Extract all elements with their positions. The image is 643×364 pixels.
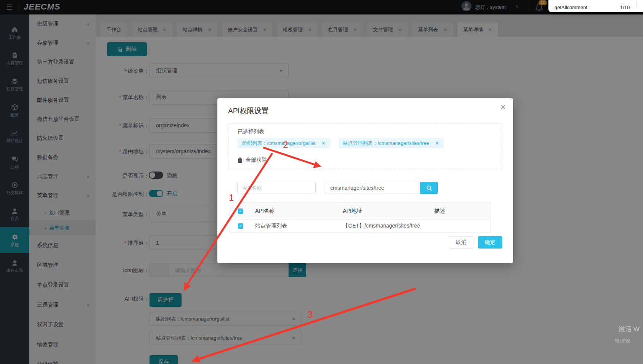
cancel-button[interactable]: 取消	[449, 236, 473, 249]
popup-divider	[636, 1, 637, 9]
activate-watermark-line1: 激活 W	[619, 325, 640, 334]
close-icon[interactable]: ✕	[322, 141, 325, 146]
trash-icon	[238, 157, 243, 163]
search-icon	[426, 185, 432, 191]
selected-tag-org-list: 组织列表：/cmsmanager/orgs/list ✕	[238, 138, 330, 148]
notification-popup[interactable]: getAllcomment 1/10	[548, 0, 643, 12]
row-checkbox[interactable]: ✓	[238, 223, 243, 229]
confirm-button[interactable]: 确定	[478, 236, 502, 249]
api-name-search-input[interactable]	[237, 182, 316, 194]
close-icon[interactable]: ✕	[435, 141, 439, 146]
jeecms-admin-page: ☰ JEECMS 您好，system ∨ 12 工作台 内容管理	[0, 0, 643, 364]
api-permission-dialog: API权限设置 ✕ 已选择列表 组织列表：/cmsmanager/orgs/li…	[217, 98, 513, 263]
search-button[interactable]	[420, 182, 438, 194]
selected-list-panel: 已选择列表 组织列表：/cmsmanager/orgs/list ✕ 站点管理列…	[228, 123, 502, 169]
notification-item-count: 1/10	[620, 5, 630, 10]
selected-tag-site-tree: 站点管理列表：/cmsmanager/sites/tree ✕	[338, 138, 444, 148]
notification-item-title[interactable]: getAllcomment	[555, 5, 612, 10]
dialog-title: API权限设置	[228, 106, 269, 116]
api-table: ✓ API名称 API地址 描述 ✓ 站点管理列表 【GET】/cmsmanag…	[230, 202, 491, 233]
selected-tags: 组织列表：/cmsmanager/orgs/list ✕ 站点管理列表：/cms…	[238, 138, 444, 148]
remove-all-button[interactable]: 全部移除	[238, 157, 267, 164]
activate-watermark-line2: 转到“设	[615, 338, 630, 344]
close-icon[interactable]: ✕	[500, 103, 506, 112]
api-table-row: ✓ 站点管理列表 【GET】/cmsmanager/sites/tree	[230, 220, 490, 233]
api-address-search-input[interactable]	[325, 182, 420, 194]
select-all-checkbox[interactable]: ✓	[238, 208, 243, 214]
api-table-header: ✓ API名称 API地址 描述	[230, 203, 490, 220]
selected-list-label: 已选择列表	[238, 128, 264, 135]
